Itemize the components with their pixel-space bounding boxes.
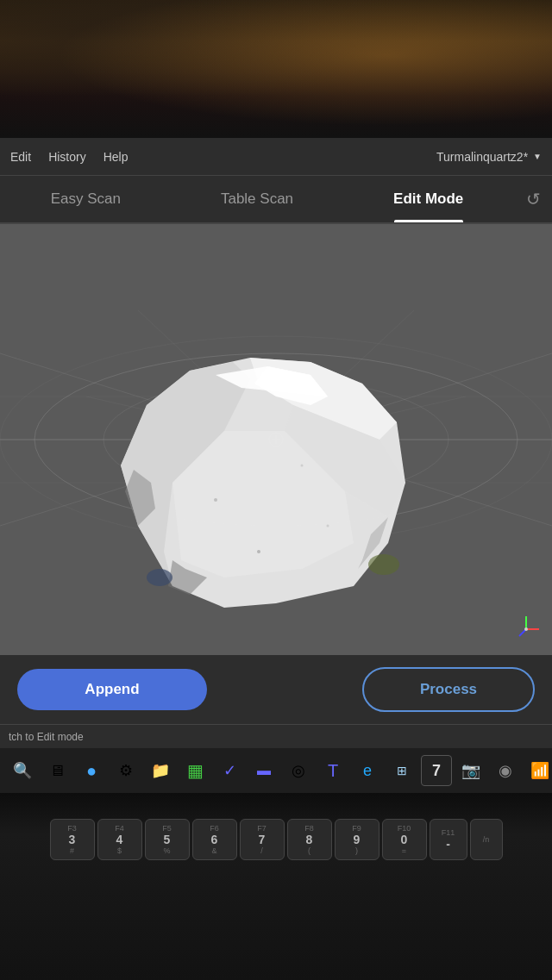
svg-point-30 bbox=[214, 498, 217, 502]
taskbar-taskview-icon[interactable]: 🖥 bbox=[41, 755, 72, 786]
top-photo-area bbox=[0, 0, 552, 138]
svg-point-32 bbox=[257, 550, 260, 553]
svg-point-28 bbox=[147, 569, 172, 586]
key-f3[interactable]: F3 3 # bbox=[50, 819, 95, 860]
taskbar-store-icon[interactable]: ⊞ bbox=[386, 755, 417, 786]
taskbar-wifi-icon[interactable]: 📶 bbox=[524, 755, 552, 786]
menu-bar: Edit History Help Turmalinquartz2* ▼ bbox=[0, 138, 552, 176]
tab-edit-mode[interactable]: Edit Mode bbox=[342, 176, 514, 222]
keyboard-row-fn: F3 3 # F4 4 $ F5 5 % F6 6 & F7 7 / F8 8 … bbox=[0, 819, 552, 860]
svg-point-29 bbox=[368, 554, 399, 575]
taskbar-search-icon[interactable]: 🔍 bbox=[7, 755, 38, 786]
edit-menu[interactable]: Edit bbox=[10, 150, 31, 164]
bottom-toolbar: Append Process bbox=[0, 655, 552, 724]
taskbar-chrome-icon[interactable]: ◎ bbox=[283, 755, 314, 786]
key-fn[interactable]: /n bbox=[470, 819, 503, 860]
taskbar-settings-icon[interactable]: ⚙ bbox=[110, 755, 141, 786]
help-menu[interactable]: Help bbox=[104, 150, 129, 164]
grid-canvas bbox=[0, 224, 552, 655]
process-button[interactable]: Process bbox=[362, 667, 535, 712]
taskbar-check-icon[interactable]: ✓ bbox=[214, 755, 245, 786]
svg-point-33 bbox=[327, 525, 329, 527]
taskbar-files-icon[interactable]: 📁 bbox=[145, 755, 176, 786]
taskbar-circular-icon[interactable]: ◉ bbox=[490, 755, 521, 786]
windows-taskbar: 🔍 🖥 ● ⚙ 📁 ▦ ✓ ▬ ◎ T e ⊞ 7 📷 ◉ 📶 📞 bbox=[0, 748, 552, 793]
project-title[interactable]: Turmalinquartz2* ▼ bbox=[436, 150, 542, 164]
status-bar: tch to Edit mode bbox=[0, 724, 552, 748]
taskbar-teams-icon[interactable]: T bbox=[317, 755, 348, 786]
key-f9[interactable]: F9 9 ) bbox=[335, 819, 380, 860]
svg-point-31 bbox=[301, 465, 304, 467]
svg-point-37 bbox=[524, 627, 528, 631]
status-text: tch to Edit mode bbox=[9, 731, 84, 743]
key-f5[interactable]: F5 5 % bbox=[145, 819, 190, 860]
back-button[interactable]: ↺ bbox=[514, 176, 552, 222]
key-f10[interactable]: F10 0 = bbox=[382, 819, 427, 860]
taskbar-edge-icon[interactable]: e bbox=[352, 755, 383, 786]
taskbar-office-icon[interactable]: ▦ bbox=[179, 755, 210, 786]
tab-bar: Easy Scan Table Scan Edit Mode ↺ bbox=[0, 176, 552, 224]
tab-table-scan[interactable]: Table Scan bbox=[172, 176, 343, 222]
project-name: Turmalinquartz2* bbox=[436, 150, 528, 164]
app-window: Edit History Help Turmalinquartz2* ▼ Eas… bbox=[0, 138, 552, 748]
key-f7[interactable]: F7 7 / bbox=[240, 819, 285, 860]
dropdown-arrow-icon: ▼ bbox=[533, 152, 542, 161]
keyboard-area: F3 3 # F4 4 $ F5 5 % F6 6 & F7 7 / F8 8 … bbox=[0, 793, 552, 980]
taskbar-camera-icon[interactable]: 📷 bbox=[455, 755, 486, 786]
key-f6[interactable]: F6 6 & bbox=[192, 819, 237, 860]
3d-viewport[interactable] bbox=[0, 224, 552, 655]
key-f11[interactable]: F11 - bbox=[430, 819, 467, 860]
key-f4[interactable]: F4 4 $ bbox=[97, 819, 142, 860]
append-button[interactable]: Append bbox=[17, 669, 207, 710]
taskbar-media-icon[interactable]: ▬ bbox=[248, 755, 279, 786]
taskbar-globe-icon[interactable]: ● bbox=[76, 755, 107, 786]
back-icon: ↺ bbox=[526, 189, 541, 209]
history-menu[interactable]: History bbox=[48, 150, 86, 164]
tab-easy-scan[interactable]: Easy Scan bbox=[0, 176, 172, 222]
menu-items: Edit History Help bbox=[10, 150, 436, 164]
key-f8[interactable]: F8 8 ( bbox=[287, 819, 332, 860]
taskbar-number-icon[interactable]: 7 bbox=[421, 755, 452, 786]
